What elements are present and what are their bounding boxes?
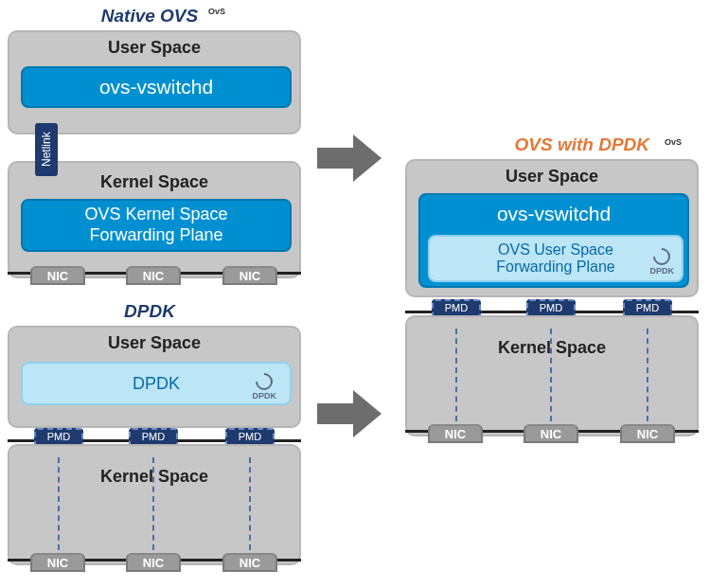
native-fwd-plane: OVS Kernel Space Forwarding Plane — [21, 199, 292, 252]
combined-fwd-plane: OVS User Space Forwarding Plane DPDK — [428, 235, 683, 282]
native-fwd-line2: Forwarding Plane — [89, 225, 222, 246]
dpdk-label-box: DPDK DPDK — [21, 362, 292, 405]
dpdk-label-text: DPDK — [133, 374, 180, 394]
combined-dpdk-small-icon: DPDK — [649, 248, 674, 276]
combined-pmd2-line1: PMD — [540, 302, 562, 313]
combined-kernel-space-heading: Kernel Space — [407, 338, 697, 358]
combined-pmd1-line1: PMD — [445, 302, 468, 313]
native-ovs-vswitchd: ovs-vswitchd — [21, 66, 292, 108]
combined-nic-1: NIC — [428, 424, 483, 443]
native-user-space-heading: User Space — [9, 38, 299, 58]
dpdk-user-space-heading: User Space — [9, 333, 299, 353]
combined-user-space-heading: User Space — [407, 167, 697, 187]
combined-dash-3 — [647, 329, 648, 421]
combined-ovs-logo-icon: OvS — [665, 138, 682, 147]
dpdk-logo-icon: DPDK — [252, 373, 276, 401]
combined-nic-2: NIC — [524, 424, 578, 443]
combined-kernel-space-panel: Kernel Space — [405, 315, 699, 437]
native-fwd-line1: OVS Kernel Space — [84, 205, 227, 225]
dpdk-dash-1 — [58, 457, 60, 550]
dpdk-title: DPDK — [8, 301, 292, 322]
combined-fwd-line2: Forwarding Plane — [496, 258, 614, 276]
dpdk-kernel-space-panel: Kernel Space — [8, 444, 301, 565]
netlink-connector: Netlink — [35, 123, 58, 176]
combined-dash-2 — [550, 329, 552, 421]
dpdk-pmd3-line1: PMD — [239, 431, 261, 442]
dpdk-nic-3: NIC — [222, 553, 277, 572]
combined-nic-3: NIC — [620, 424, 675, 443]
native-ovs-title: Native OVS — [8, 6, 292, 27]
native-nic-1: NIC — [30, 266, 85, 285]
dpdk-kernel-space-heading: Kernel Space — [9, 467, 299, 487]
combined-dash-1 — [455, 329, 457, 421]
dpdk-dash-3 — [249, 457, 251, 550]
dpdk-nic-1: NIC — [30, 553, 85, 572]
native-kernel-space-panel: Kernel Space OVS Kernel Space Forwarding… — [8, 161, 301, 278]
combined-title: OVS with DPDK — [409, 134, 693, 155]
ovs-logo-icon: OvS — [208, 8, 246, 16]
combined-ovs-vswitchd-text: ovs-vswitchd — [497, 203, 611, 225]
arrow-dpdk-to-combined — [317, 390, 383, 437]
dpdk-pmd1-line1: PMD — [47, 431, 70, 442]
native-nic-2: NIC — [126, 266, 181, 285]
dpdk-nic-2: NIC — [126, 553, 181, 572]
dpdk-user-space-panel: User Space DPDK DPDK — [8, 326, 301, 428]
combined-ovs-vswitchd: ovs-vswitchd OVS User Space Forwarding P… — [418, 193, 689, 288]
combined-pmd3-line1: PMD — [636, 302, 659, 313]
dpdk-dash-2 — [152, 457, 154, 550]
combined-user-space-panel: User Space ovs-vswitchd OVS User Space F… — [405, 159, 699, 297]
combined-fwd-line1: OVS User Space — [498, 241, 613, 258]
dpdk-pmd2-line1: PMD — [142, 431, 165, 442]
arrow-native-to-combined — [317, 134, 383, 182]
native-user-space-panel: User Space ovs-vswitchd — [8, 30, 301, 134]
native-nic-3: NIC — [222, 266, 277, 285]
